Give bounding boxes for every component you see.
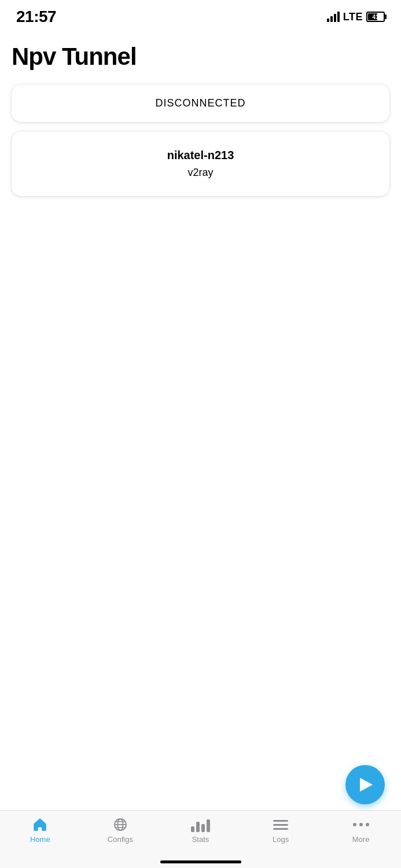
lte-label: LTE [343,11,363,23]
more-icon [353,816,369,833]
home-icon [32,816,48,833]
server-type: v2ray [23,167,378,179]
status-bar: 21:57 LTE 41 [0,0,401,31]
tab-logs-label: Logs [273,835,289,844]
tab-bar: Home Configs Stats [0,810,401,868]
connection-status-label: DISCONNECTED [155,97,245,109]
connect-fab-button[interactable] [345,765,385,804]
status-time: 21:57 [16,8,56,26]
globe-icon [112,816,128,833]
tab-logs[interactable]: Logs [241,816,321,844]
tab-stats[interactable]: Stats [160,816,241,844]
tab-configs-label: Configs [108,835,133,844]
server-card[interactable]: nikatel-n213 v2ray [12,131,389,196]
page-title: Npv Tunnel [12,43,389,71]
signal-bars-icon [327,12,340,22]
tab-more-label: More [352,835,370,844]
home-indicator [160,860,241,863]
status-icons: LTE 41 [327,11,385,23]
server-name: nikatel-n213 [23,149,378,162]
logs-icon [273,816,289,833]
tab-home[interactable]: Home [0,816,80,844]
tab-home-label: Home [30,835,50,844]
battery-icon: 41 [366,12,385,22]
main-content: Npv Tunnel DISCONNECTED nikatel-n213 v2r… [0,31,401,196]
play-icon [360,778,373,792]
tab-configs[interactable]: Configs [80,816,161,844]
connection-status-card[interactable]: DISCONNECTED [12,84,389,122]
tab-stats-label: Stats [192,835,209,844]
tab-more[interactable]: More [321,816,401,844]
stats-icon [192,816,208,833]
